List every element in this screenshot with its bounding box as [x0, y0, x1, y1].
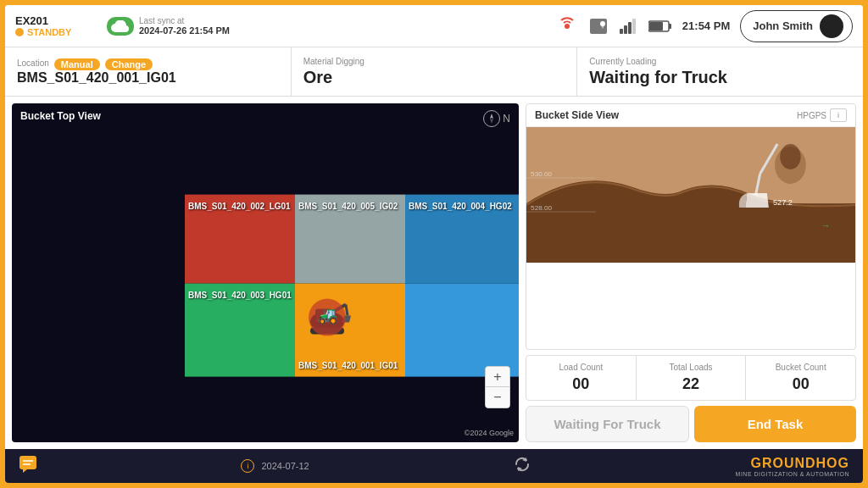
- block-blue-bottom[interactable]: [405, 284, 519, 377]
- bucket-count-label: Bucket Count: [749, 363, 852, 372]
- hpgps-label: HPGPS: [797, 111, 826, 120]
- excavator-icon: 🚜: [303, 292, 354, 339]
- load-count-label: Load Count: [530, 363, 632, 372]
- svg-marker-11: [490, 119, 493, 124]
- chat-icon[interactable]: [19, 455, 37, 478]
- time-display: 21:54 PM: [682, 19, 730, 32]
- svg-text:528.00: 528.00: [531, 204, 552, 212]
- refresh-icon[interactable]: [513, 455, 531, 478]
- loading-label: Currently Loading: [589, 57, 851, 66]
- user-button[interactable]: John Smith: [740, 10, 853, 42]
- block-hg02[interactable]: BMS_S01_420_004_HG02: [405, 195, 519, 284]
- signal-bars-icon: [620, 19, 638, 34]
- hpgps-badge: HPGPS i: [797, 108, 847, 122]
- block-hg01[interactable]: BMS_S01_420_003_HG01: [185, 284, 295, 377]
- user-name: John Smith: [753, 19, 813, 32]
- user-avatar: [820, 14, 843, 38]
- bucket-count-value: 00: [749, 375, 852, 393]
- svg-rect-5: [628, 22, 632, 34]
- block-hg02-label: BMS_S01_420_004_HG02: [409, 202, 512, 211]
- bucket-count-cell: Bucket Count 00: [746, 356, 855, 400]
- bottom-center: i 2024-07-12: [241, 459, 309, 473]
- stats-row: Load Count 00 Total Loads 22 Bucket Coun…: [526, 355, 856, 401]
- zoom-controls: + −: [485, 366, 510, 408]
- total-loads-cell: Total Loads 22: [637, 356, 747, 400]
- svg-point-0: [565, 24, 570, 29]
- location-row: Location Manual Change: [17, 58, 279, 70]
- compass-label: N: [503, 113, 510, 125]
- svg-rect-32: [19, 456, 36, 469]
- block-lg01-label: BMS_S01_420_002_LG01: [188, 202, 291, 211]
- end-task-button[interactable]: End Task: [694, 406, 856, 442]
- status-dot: [15, 28, 24, 36]
- svg-rect-4: [624, 25, 627, 34]
- hpgps-icon[interactable]: i: [830, 108, 847, 122]
- change-button[interactable]: Change: [105, 58, 153, 70]
- device-info: EX201 STANDBY: [15, 14, 92, 37]
- ground-visualization: 530.00 528.00: [526, 127, 855, 263]
- map-panel: Bucket Top View N BMS_S01_420_002_LG01: [12, 103, 519, 442]
- status-row: STANDBY: [15, 27, 92, 37]
- brand-logo: GROUNDHOG Mine Digitization & Automation: [736, 456, 849, 477]
- block-lg01[interactable]: BMS_S01_420_002_LG01: [185, 195, 295, 284]
- load-count-cell: Load Count 00: [526, 356, 637, 400]
- top-bar: EX201 STANDBY Last sync at 2024-07-26 21…: [5, 5, 863, 47]
- material-value: Ore: [303, 68, 565, 87]
- svg-text:530.00: 530.00: [531, 170, 552, 178]
- cloud-icon: [107, 17, 134, 36]
- load-count-value: 00: [530, 375, 632, 393]
- loading-section: Currently Loading Waiting for Truck: [577, 47, 863, 96]
- top-icons: 21:54 PM John Smith: [557, 10, 853, 42]
- compass: N: [483, 110, 510, 127]
- bottom-bar: i 2024-07-12 GROUNDHOG Mine Digitization…: [5, 449, 863, 483]
- info-bar: Location Manual Change BMS_S01_420_001_I…: [5, 47, 863, 97]
- loading-value: Waiting for Truck: [589, 68, 851, 87]
- location-label: Location: [17, 58, 49, 68]
- right-panel: Bucket Side View HPGPS i: [526, 103, 856, 442]
- svg-marker-35: [23, 469, 27, 473]
- map-blocks: BMS_S01_420_002_LG01 BMS_S01_420_005_IG0…: [87, 195, 443, 381]
- zoom-in-button[interactable]: +: [486, 367, 509, 387]
- compass-circle: [483, 110, 500, 127]
- svg-point-29: [780, 144, 801, 169]
- waiting-button[interactable]: Waiting For Truck: [526, 406, 689, 442]
- block-ig02[interactable]: BMS_S01_420_005_IG02: [295, 195, 405, 284]
- battery-icon: [648, 19, 672, 33]
- total-loads-value: 22: [640, 375, 743, 393]
- svg-rect-6: [632, 19, 636, 34]
- svg-line-15: [346, 305, 348, 316]
- info-circle-icon: i: [241, 459, 254, 473]
- brand-name: GROUNDHOG: [750, 456, 849, 471]
- svg-rect-3: [620, 29, 623, 34]
- map-title: Bucket Top View: [20, 110, 101, 122]
- svg-rect-1: [590, 19, 607, 34]
- svg-rect-8: [649, 22, 663, 30]
- device-id: EX201: [15, 14, 92, 27]
- bucket-header: Bucket Side View HPGPS i: [526, 104, 855, 127]
- main-content: Bucket Top View N BMS_S01_420_002_LG01: [5, 97, 863, 449]
- outer-frame: EX201 STANDBY Last sync at 2024-07-26 21…: [0, 0, 868, 488]
- material-label: Material Digging: [303, 57, 565, 66]
- sync-section: Last sync at 2024-07-26 21:54 PM: [107, 16, 230, 36]
- svg-rect-9: [669, 24, 671, 29]
- block-ig02-label: BMS_S01_420_005_IG02: [298, 202, 398, 211]
- sync-label: Last sync at: [139, 16, 230, 25]
- bucket-side-title: Bucket Side View: [535, 109, 619, 121]
- location-section: Location Manual Change BMS_S01_420_001_I…: [5, 47, 292, 96]
- bucket-view: Bucket Side View HPGPS i: [526, 103, 856, 350]
- block-ig01[interactable]: BMS_S01_420_001_IG01: [295, 284, 405, 377]
- brand-sub: Mine Digitization & Automation: [736, 471, 849, 477]
- svg-marker-10: [490, 114, 493, 119]
- google-credit: ©2024 Google: [465, 429, 514, 437]
- status-text: STANDBY: [27, 27, 71, 37]
- zoom-out-button[interactable]: −: [486, 387, 509, 408]
- svg-text:🚜: 🚜: [317, 305, 338, 325]
- svg-text:527.2: 527.2: [773, 198, 793, 207]
- map-book-icon[interactable]: [587, 15, 609, 37]
- bottom-date: 2024-07-12: [261, 461, 309, 471]
- svg-text:→: →: [821, 220, 830, 230]
- action-row: Waiting For Truck End Task: [526, 406, 856, 442]
- inner-container: EX201 STANDBY Last sync at 2024-07-26 21…: [5, 5, 863, 483]
- total-loads-label: Total Loads: [640, 363, 743, 372]
- manual-badge: Manual: [54, 58, 100, 70]
